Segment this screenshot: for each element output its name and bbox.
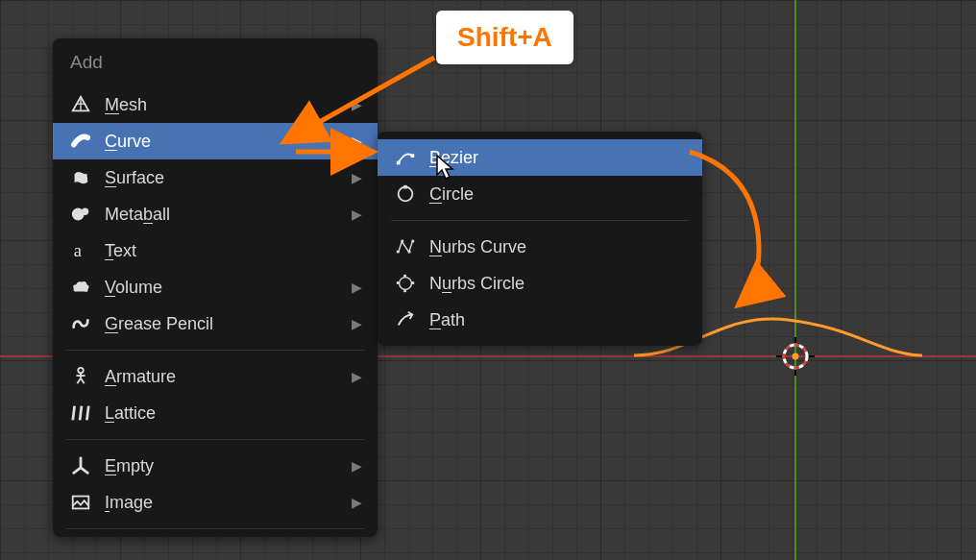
curve-submenu-item-bezier[interactable]: Bezier bbox=[378, 139, 702, 176]
menu-item-label: Metaball bbox=[105, 205, 352, 225]
add-menu-item-lattice[interactable]: Lattice bbox=[53, 395, 378, 431]
svg-point-10 bbox=[78, 368, 84, 374]
submenu-arrow-icon: ▶ bbox=[352, 207, 362, 222]
menu-item-label: Curve bbox=[105, 132, 352, 152]
svg-rect-24 bbox=[401, 240, 403, 243]
svg-point-21 bbox=[399, 187, 413, 202]
add-menu-item-armature[interactable]: Armature▶ bbox=[53, 358, 378, 395]
add-menu-item-text[interactable]: aText bbox=[53, 232, 378, 269]
menu-item-label: Nurbs Circle bbox=[429, 274, 687, 294]
ncurve-icon bbox=[393, 234, 418, 259]
svg-rect-23 bbox=[397, 251, 400, 254]
menu-item-label: Empty bbox=[105, 456, 352, 476]
add-menu-item-grease-pencil[interactable]: Grease Pencil▶ bbox=[53, 305, 378, 342]
curve-icon bbox=[68, 129, 93, 154]
add-menu-item-mesh[interactable]: Mesh▶ bbox=[53, 86, 378, 123]
text-icon: a bbox=[68, 238, 93, 263]
shortcut-hint: Shift+A bbox=[436, 11, 573, 64]
add-menu-item-empty[interactable]: Empty▶ bbox=[53, 448, 378, 484]
submenu-arrow-icon: ▶ bbox=[352, 97, 362, 112]
curve-submenu-item-circle[interactable]: Circle bbox=[378, 176, 702, 212]
add-menu-item-metaball[interactable]: Metaball▶ bbox=[53, 196, 378, 232]
svg-rect-22 bbox=[403, 185, 407, 189]
volume-icon bbox=[68, 275, 93, 300]
add-menu-item-curve[interactable]: Curve▶ bbox=[53, 123, 378, 159]
menu-item-label: Path bbox=[429, 310, 687, 330]
empty-icon bbox=[68, 453, 93, 478]
menu-item-label: Armature bbox=[105, 367, 352, 387]
submenu-arrow-icon: ▶ bbox=[352, 134, 362, 149]
menu-item-label: Volume bbox=[105, 278, 352, 298]
path-icon bbox=[393, 307, 418, 332]
svg-point-8 bbox=[82, 208, 88, 215]
svg-rect-29 bbox=[403, 289, 406, 292]
ncircle-icon bbox=[393, 271, 418, 296]
svg-rect-28 bbox=[403, 275, 406, 278]
svg-rect-31 bbox=[411, 281, 414, 284]
3d-cursor bbox=[774, 335, 817, 377]
svg-rect-26 bbox=[411, 240, 414, 243]
svg-rect-20 bbox=[411, 154, 415, 158]
add-menu-item-surface[interactable]: Surface▶ bbox=[53, 159, 378, 196]
add-menu: Add Mesh▶Curve▶Surface▶Metaball▶aTextVol… bbox=[53, 38, 378, 537]
lattice-icon bbox=[68, 401, 93, 426]
menu-item-label: Surface bbox=[105, 168, 352, 188]
svg-point-27 bbox=[400, 278, 412, 290]
add-menu-item-volume[interactable]: Volume▶ bbox=[53, 269, 378, 305]
submenu-arrow-icon: ▶ bbox=[352, 170, 362, 185]
menu-item-label: Image bbox=[105, 493, 352, 513]
bezier-icon bbox=[393, 145, 418, 170]
mouse-cursor-icon bbox=[436, 155, 455, 182]
gpencil-icon bbox=[68, 311, 93, 336]
menu-separator bbox=[66, 528, 364, 529]
mesh-icon bbox=[68, 92, 93, 117]
svg-line-17 bbox=[86, 406, 88, 421]
add-menu-item-image[interactable]: Image▶ bbox=[53, 484, 378, 521]
svg-point-6 bbox=[793, 353, 799, 360]
menu-separator bbox=[391, 220, 689, 221]
menu-item-label: Nurbs Curve bbox=[429, 237, 687, 257]
menu-item-label: Lattice bbox=[105, 403, 362, 424]
menu-separator bbox=[66, 350, 364, 351]
submenu-arrow-icon: ▶ bbox=[352, 458, 362, 474]
menu-separator bbox=[66, 439, 364, 440]
curve-submenu-item-nurbs-circle[interactable]: Nurbs Circle bbox=[378, 265, 702, 302]
image-icon bbox=[68, 490, 93, 515]
svg-rect-25 bbox=[408, 251, 411, 254]
circlec-icon bbox=[393, 182, 418, 207]
submenu-arrow-icon: ▶ bbox=[352, 280, 362, 295]
armature-icon bbox=[68, 364, 93, 389]
submenu-arrow-icon: ▶ bbox=[352, 369, 362, 384]
axis-y bbox=[794, 0, 796, 560]
surface-icon bbox=[68, 165, 93, 190]
svg-line-15 bbox=[73, 406, 75, 421]
menu-item-label: Mesh bbox=[105, 95, 352, 115]
svg-rect-19 bbox=[397, 161, 401, 165]
add-menu-title: Add bbox=[53, 38, 378, 86]
curve-submenu: BezierCircleNurbs CurveNurbs CirclePath bbox=[378, 132, 702, 346]
svg-line-14 bbox=[81, 378, 85, 384]
menu-item-label: Text bbox=[105, 241, 362, 261]
curve-submenu-item-nurbs-curve[interactable]: Nurbs Curve bbox=[378, 229, 702, 265]
menu-item-label: Circle bbox=[429, 184, 687, 205]
menu-item-label: Bezier bbox=[429, 148, 687, 168]
svg-text:a: a bbox=[74, 241, 82, 260]
svg-line-16 bbox=[80, 406, 82, 421]
submenu-arrow-icon: ▶ bbox=[352, 495, 362, 510]
menu-item-label: Grease Pencil bbox=[105, 314, 352, 334]
metaball-icon bbox=[68, 202, 93, 227]
svg-rect-30 bbox=[397, 281, 400, 284]
submenu-arrow-icon: ▶ bbox=[352, 316, 362, 331]
curve-submenu-item-path[interactable]: Path bbox=[378, 302, 702, 338]
